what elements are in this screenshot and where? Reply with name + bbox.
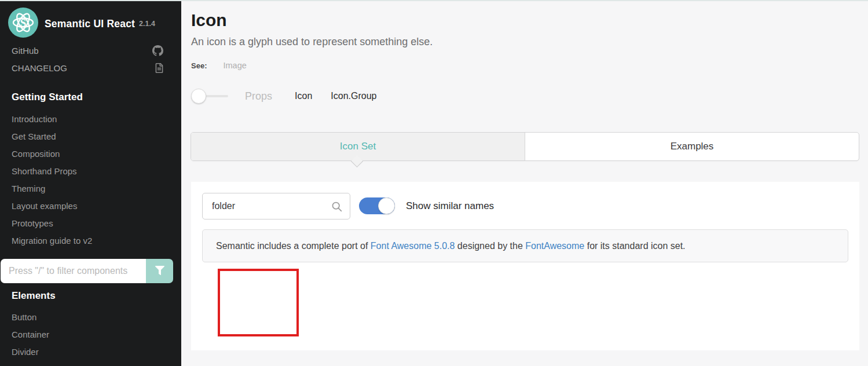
font-awesome-message: Semantic includes a complete port of Fon… [202,229,848,262]
props-link-icon[interactable]: Icon [295,91,312,101]
search-icon [331,200,343,215]
changelog-link-label: CHANGELOG [12,63,67,73]
sidebar-item-container[interactable]: Container [0,325,181,343]
sidebar-section-getting-started: Getting Started [12,92,83,103]
page-title: Icon [191,10,227,30]
sidebar-item-divider[interactable]: Divider [0,343,181,360]
semantic-ui-logo-icon: S [8,8,38,40]
icon-results-grid: folder folder outline folder open [191,269,859,344]
message-text: designed by the [455,241,525,251]
page-subtitle: An icon is a glyph used to represent som… [191,36,433,48]
component-filter-input[interactable] [1,259,146,283]
tab-examples[interactable]: Examples [525,133,859,160]
props-link-icon-group[interactable]: Icon.Group [331,91,376,101]
icon-result-filter[interactable]: filter [726,356,859,366]
window-top-edge [0,0,868,1]
github-link-label: GitHub [12,46,39,56]
github-icon [152,45,163,56]
annotation-highlight-box [218,269,299,336]
show-similar-toggle[interactable] [359,197,395,214]
see-label: See: [191,61,207,70]
sidebar-item-layout-examples[interactable]: Layout examples [0,197,181,214]
icon-set-pane: Show similar names Semantic includes a c… [191,182,859,350]
icon-result-folder-outline[interactable]: folder outline [325,356,459,366]
see-also-row: See: Image [191,61,247,70]
sidebar-item-introduction[interactable]: Introduction [0,110,181,127]
brand-title: Semantic UI React [45,18,135,30]
icon-search-input[interactable] [203,193,350,219]
sidebar-item-button[interactable]: Button [0,308,181,325]
sidebar: S Semantic UI React 2.1.4 GitHub CHANGEL… [0,0,181,366]
props-toggle-slider[interactable] [191,88,229,104]
sidebar-link-changelog[interactable]: CHANGELOG [0,59,181,76]
icon-result-folder[interactable]: folder [191,356,325,366]
show-similar-label: Show similar names [406,200,494,212]
sidebar-item-theming[interactable]: Theming [0,180,181,197]
icon-result-folder-open-outline[interactable]: folder open outline [592,356,726,366]
toggle-knob-icon [378,197,395,214]
brand[interactable]: S Semantic UI React 2.1.4 [8,8,155,40]
tab-menu: Icon Set Examples [191,132,859,161]
sidebar-link-github[interactable]: GitHub [0,42,181,59]
sidebar-item-migration-guide[interactable]: Migration guide to v2 [0,232,181,249]
brand-version: 2.1.4 [139,20,155,28]
font-awesome-link[interactable]: FontAwesome [525,241,584,251]
see-link-image[interactable]: Image [223,61,246,70]
component-filter [1,259,173,283]
main-content: Icon An icon is a glyph used to represen… [181,0,868,366]
sidebar-item-prototypes[interactable]: Prototypes [0,214,181,232]
svg-text:S: S [20,17,27,29]
message-text: for its standard icon set. [584,241,685,251]
sidebar-item-shorthand-props[interactable]: Shorthand Props [0,162,181,180]
icon-search-field [202,193,350,219]
props-nav-row: Props Icon Icon.Group [191,88,376,104]
sidebar-item-get-started[interactable]: Get Started [0,127,181,145]
file-icon [155,63,163,73]
sidebar-item-composition[interactable]: Composition [0,145,181,162]
font-awesome-version-link[interactable]: Font Awesome 5.0.8 [371,241,455,251]
sidebar-section-elements: Elements [12,290,56,302]
message-text: Semantic includes a complete port of [216,241,371,251]
component-filter-button[interactable] [146,259,173,283]
funnel-icon [155,266,164,277]
icon-result-folder-open[interactable]: folder open [459,356,592,366]
props-label: Props [245,90,272,103]
